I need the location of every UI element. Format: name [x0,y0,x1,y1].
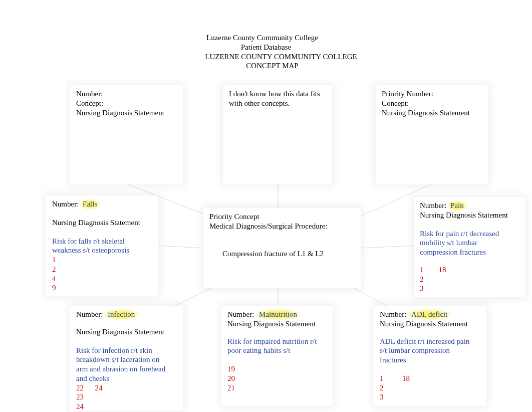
header-line3: LUZERNE COUNTY COMMUNITY COLLEGE [30,52,532,62]
header-line4: CONCEPT MAP [13,61,532,71]
label-number: Number: [227,310,254,318]
label-number: Number: [420,201,446,210]
note-line2: with other concepts. [229,99,326,108]
ref-number: 9 [52,283,152,293]
statement-line: mobility s/t lumbar [420,238,519,248]
label-nds: Nursing Diagnosis Statement [52,218,152,228]
label-concept: Concept: [382,99,482,108]
label-nds: Nursing Diagnosis Statement [76,327,177,337]
label-priority-number: Priority Number: [382,89,482,99]
concept-highlight: ADL deficit [406,309,452,320]
ref-number: 1 18 [420,265,519,275]
statement-line: Risk for infection r/t skin [76,346,177,355]
concept-box-adl-deficit: Number: ADL deficit Nursing Diagnosis St… [374,306,486,406]
concept-box-top-right: Priority Number: Concept: Nursing Diagno… [376,85,488,184]
label-concept: Concept: [76,99,177,108]
header-line1: Luzerne County Community College [0,33,532,43]
label-nds: Nursing Diagnosis Statement [382,108,482,118]
spacer [227,355,327,364]
statement-line: Risk for impaired nutrition r/t [227,337,327,346]
ref-number: 1 18 [380,374,480,383]
note-line1: I don't know how this data fits [229,89,326,99]
ref-number: 23 [76,392,177,402]
ref-number: 20 [227,374,327,383]
statement-line: s/t lumbar compression [380,346,480,355]
ref-number: 22 24 [76,383,177,393]
concept-highlight: Infection [103,309,140,320]
spacer [76,319,177,327]
statement-line: ADL deficit r/t increased pain [380,337,480,346]
label-nds: Nursing Diagnosis Statement [76,108,177,118]
statement-line: fractures [380,355,480,365]
statement-line: arm and abrasion on forehead [76,364,177,374]
number-line: Number: Malnutrition [227,310,327,319]
label-number: Number: [76,310,103,318]
ref-number: 4 [52,274,152,284]
priority-concept-box: Priority Concept Medical Diagnosis/Surgi… [203,208,361,288]
ref-number: 3 [380,392,480,402]
concept-box-malnutrition: Number: Malnutrition Nursing Diagnosis S… [221,306,333,406]
spacer [380,365,480,374]
statement-line: poor eating habits s/t [227,346,327,355]
spacer [380,329,480,337]
statement-line: compression fractures [420,248,519,257]
ref-number: 2 [52,265,152,274]
spacer [420,257,519,265]
ref-number: 1 [52,255,152,265]
statement-line: Risk for falls r/t skeletal [52,237,152,246]
statement-line: and cheeks [76,374,177,383]
concept-box-infection: Number: Infection Nursing Diagnosis Stat… [70,306,183,411]
ref-number: 21 [227,383,327,393]
spacer [420,220,519,229]
statement-line: Risk for pain r/t decreased [420,229,519,239]
concept-box-top-left: Number: Concept: Nursing Diagnosis State… [70,85,183,184]
label-number: Number: [380,310,406,318]
number-line: Number: ADL deficit [380,310,480,319]
concept-highlight: Malnutrition [254,309,302,320]
header-line2: Patient Database [0,43,532,52]
ref-number: 19 [227,364,327,374]
label-nds: Nursing Diagnosis Statement [227,319,327,329]
label-priority-concept: Priority Concept [209,212,355,222]
statement-line: breakdown s/t laceration on [76,355,177,364]
ref-number: 3 [420,284,519,293]
label-medical-diagnosis: Medical Diagnosis/Surgical Procedure: [209,222,355,231]
spacer [52,228,152,237]
number-line: Number: Infection [76,310,177,319]
concept-highlight: Pain [446,200,468,212]
concept-box-falls: Number: Falls Nursing Diagnosis Statemen… [46,195,158,296]
label-nds: Nursing Diagnosis Statement [420,211,519,220]
label-number: Number: [52,200,79,208]
page-header: Luzerne County Community College Patient… [0,33,532,71]
label-number: Number: [76,89,177,99]
label-nds: Nursing Diagnosis Statement [380,319,480,329]
number-line: Number: Pain [420,201,519,211]
svg-line-3 [158,246,203,248]
spacer [52,209,152,218]
number-line: Number: Falls [52,199,152,209]
ref-number: 2 [380,383,480,393]
svg-line-4 [361,246,414,248]
concept-box-pain: Number: Pain Nursing Diagnosis Statement… [414,197,525,297]
statement-line: weakness s/t osteoporosis [52,246,152,255]
ref-number: 2 [420,275,519,284]
concept-highlight: Falls [79,198,101,210]
concept-box-top-mid: I don't know how this data fits with oth… [223,85,332,184]
diagnosis-text: Compression fracture of L1 & L2 [222,249,355,259]
ref-number: 24 [76,402,177,411]
spacer [76,337,177,346]
spacer [227,329,327,337]
